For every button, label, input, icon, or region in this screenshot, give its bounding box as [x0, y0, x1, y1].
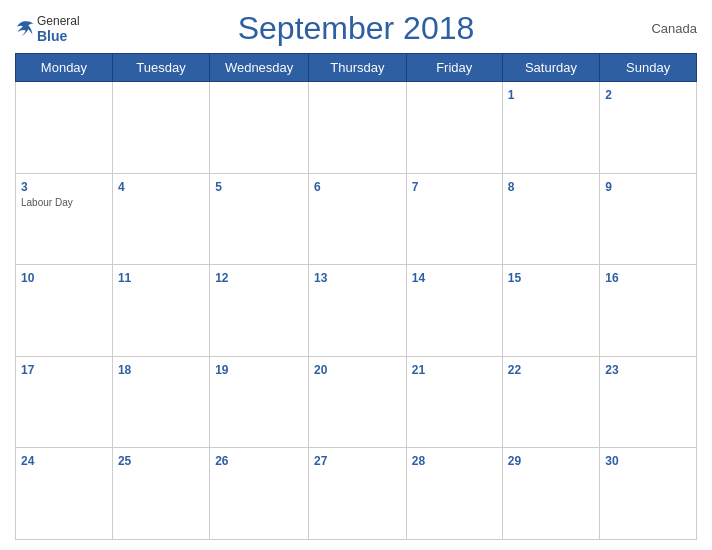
calendar-table: MondayTuesdayWednesdayThursdayFridaySatu…: [15, 53, 697, 540]
holiday-label: Labour Day: [21, 197, 107, 208]
day-number: 6: [314, 180, 321, 194]
calendar-cell: 17: [16, 356, 113, 448]
weekday-header-friday: Friday: [406, 54, 502, 82]
week-row-5: 24252627282930: [16, 448, 697, 540]
day-number: 29: [508, 454, 521, 468]
month-title: September 2018: [238, 10, 475, 47]
calendar-cell: [112, 82, 209, 174]
day-number: 26: [215, 454, 228, 468]
day-number: 20: [314, 363, 327, 377]
day-number: 14: [412, 271, 425, 285]
calendar-cell: 19: [210, 356, 309, 448]
logo-general-text: General: [37, 14, 80, 28]
day-number: 21: [412, 363, 425, 377]
calendar-cell: 16: [600, 265, 697, 357]
day-number: 27: [314, 454, 327, 468]
calendar-cell: 15: [502, 265, 599, 357]
week-row-1: 12: [16, 82, 697, 174]
day-number: 3: [21, 180, 28, 194]
logo: General Blue: [15, 14, 80, 44]
calendar-cell: 5: [210, 173, 309, 265]
day-number: 28: [412, 454, 425, 468]
weekday-header-thursday: Thursday: [309, 54, 407, 82]
day-number: 10: [21, 271, 34, 285]
calendar-cell: 18: [112, 356, 209, 448]
calendar-cell: 13: [309, 265, 407, 357]
calendar-cell: 11: [112, 265, 209, 357]
country-label: Canada: [651, 21, 697, 36]
day-number: 15: [508, 271, 521, 285]
calendar-cell: 10: [16, 265, 113, 357]
calendar-cell: 27: [309, 448, 407, 540]
day-number: 23: [605, 363, 618, 377]
day-number: 22: [508, 363, 521, 377]
day-number: 4: [118, 180, 125, 194]
calendar-cell: 6: [309, 173, 407, 265]
calendar-cell: 1: [502, 82, 599, 174]
day-number: 13: [314, 271, 327, 285]
weekday-header-row: MondayTuesdayWednesdayThursdayFridaySatu…: [16, 54, 697, 82]
calendar-cell: [406, 82, 502, 174]
weekday-header-wednesday: Wednesday: [210, 54, 309, 82]
calendar-cell: 24: [16, 448, 113, 540]
calendar-cell: [210, 82, 309, 174]
calendar-cell: 8: [502, 173, 599, 265]
calendar-cell: [309, 82, 407, 174]
calendar-cell: 2: [600, 82, 697, 174]
day-number: 30: [605, 454, 618, 468]
calendar-cell: 7: [406, 173, 502, 265]
weekday-header-tuesday: Tuesday: [112, 54, 209, 82]
week-row-2: 3Labour Day456789: [16, 173, 697, 265]
day-number: 5: [215, 180, 222, 194]
calendar-header: General Blue September 2018 Canada: [15, 10, 697, 47]
day-number: 17: [21, 363, 34, 377]
day-number: 12: [215, 271, 228, 285]
weekday-header-sunday: Sunday: [600, 54, 697, 82]
calendar-cell: 14: [406, 265, 502, 357]
calendar-cell: 22: [502, 356, 599, 448]
day-number: 16: [605, 271, 618, 285]
calendar-cell: 20: [309, 356, 407, 448]
day-number: 25: [118, 454, 131, 468]
day-number: 1: [508, 88, 515, 102]
day-number: 11: [118, 271, 131, 285]
day-number: 9: [605, 180, 612, 194]
logo-blue-text: Blue: [37, 28, 80, 44]
day-number: 19: [215, 363, 228, 377]
weekday-header-monday: Monday: [16, 54, 113, 82]
week-row-3: 10111213141516: [16, 265, 697, 357]
calendar-cell: 30: [600, 448, 697, 540]
calendar-cell: 21: [406, 356, 502, 448]
calendar-cell: [16, 82, 113, 174]
day-number: 24: [21, 454, 34, 468]
calendar-cell: 28: [406, 448, 502, 540]
week-row-4: 17181920212223: [16, 356, 697, 448]
calendar-cell: 25: [112, 448, 209, 540]
day-number: 18: [118, 363, 131, 377]
calendar-cell: 9: [600, 173, 697, 265]
day-number: 7: [412, 180, 419, 194]
calendar-cell: 26: [210, 448, 309, 540]
day-number: 2: [605, 88, 612, 102]
day-number: 8: [508, 180, 515, 194]
calendar-cell: 12: [210, 265, 309, 357]
calendar-cell: 3Labour Day: [16, 173, 113, 265]
calendar-cell: 23: [600, 356, 697, 448]
weekday-header-saturday: Saturday: [502, 54, 599, 82]
calendar-cell: 29: [502, 448, 599, 540]
calendar-cell: 4: [112, 173, 209, 265]
